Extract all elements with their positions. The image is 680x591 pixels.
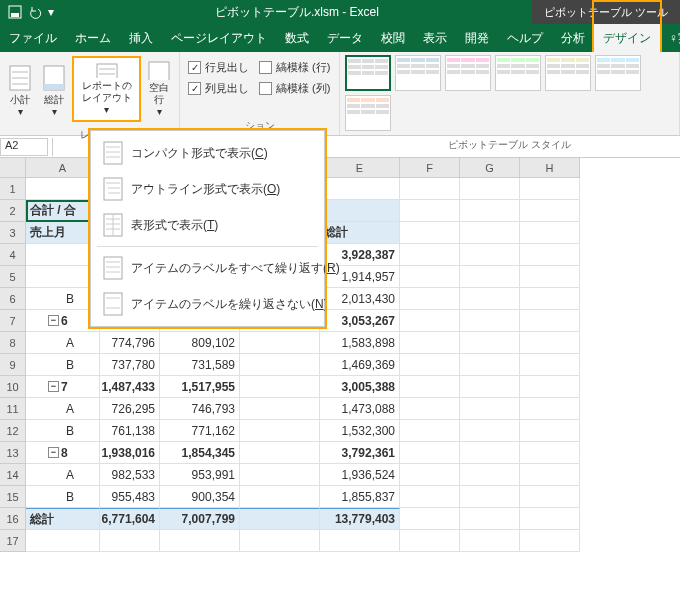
col-header-F[interactable]: F	[400, 158, 460, 178]
col-headers-checkbox[interactable]: ✓列見出し	[188, 81, 249, 96]
pivot-style-6[interactable]	[595, 55, 641, 91]
compact-icon	[103, 141, 123, 165]
svg-rect-7	[44, 84, 64, 90]
save-icon[interactable]	[8, 5, 22, 19]
grand-totals-icon	[42, 64, 66, 92]
svg-rect-13	[149, 62, 169, 80]
title-bar: ▾ ピボットテーブル.xlsm - Excel ピボットテーブル ツール	[0, 0, 680, 24]
row-header[interactable]: 4	[0, 244, 26, 266]
cell-A3[interactable]: 売上月	[26, 222, 100, 244]
tab-file[interactable]: ファイル	[0, 24, 66, 52]
collapse-icon[interactable]: −	[48, 381, 59, 392]
pivot-style-7[interactable]	[345, 95, 391, 131]
tab-developer[interactable]: 開発	[456, 24, 498, 52]
tab-review[interactable]: 校閲	[372, 24, 414, 52]
blank-rows-icon	[147, 60, 171, 80]
row-header[interactable]: 5	[0, 266, 26, 288]
row-header[interactable]: 7	[0, 310, 26, 332]
outline-form-item[interactable]: アウトライン形式で表示(O)	[91, 171, 324, 207]
row-header[interactable]: 15	[0, 486, 26, 508]
repeat-icon	[103, 256, 123, 280]
row-header[interactable]: 14	[0, 464, 26, 486]
collapse-icon[interactable]: −	[48, 447, 59, 458]
tab-insert[interactable]: 挿入	[120, 24, 162, 52]
collapse-icon[interactable]: −	[48, 315, 59, 326]
dropdown-separator	[97, 246, 318, 247]
svg-rect-1	[11, 13, 19, 17]
cell-A2[interactable]: 合計 / 合	[26, 200, 100, 222]
svg-rect-14	[104, 142, 122, 164]
report-layout-dropdown: コンパクト形式で表示(C) アウトライン形式で表示(O) 表形式で表示(T) ア…	[90, 130, 325, 327]
row-header[interactable]: 11	[0, 398, 26, 420]
ribbon: 小計▾ 総計▾ レポートのレイアウト▾ 空白行▾ レイ ✓行見出し 縞模様 (行…	[0, 52, 680, 136]
no-repeat-icon	[103, 292, 123, 316]
col-header-G[interactable]: G	[460, 158, 520, 178]
banded-rows-checkbox[interactable]: 縞模様 (行)	[259, 60, 330, 75]
row-header[interactable]: 9	[0, 354, 26, 376]
blank-rows-button[interactable]: 空白行▾	[143, 56, 175, 122]
row-header[interactable]: 10	[0, 376, 26, 398]
tab-formulas[interactable]: 数式	[276, 24, 318, 52]
row-header[interactable]: 16	[0, 508, 26, 530]
tab-home[interactable]: ホーム	[66, 24, 120, 52]
row-header[interactable]: 8	[0, 332, 26, 354]
compact-form-item[interactable]: コンパクト形式で表示(C)	[91, 135, 324, 171]
row-header[interactable]: 12	[0, 420, 26, 442]
qat-dropdown-icon[interactable]: ▾	[48, 5, 54, 19]
row-headers-checkbox[interactable]: ✓行見出し	[188, 60, 249, 75]
tab-help[interactable]: ヘルプ	[498, 24, 552, 52]
row-header[interactable]: 3	[0, 222, 26, 244]
svg-rect-8	[97, 64, 117, 78]
row-header[interactable]: 1	[0, 178, 26, 200]
repeat-labels-item[interactable]: アイテムのラベルをすべて繰り返す(R)	[91, 250, 324, 286]
outline-icon	[103, 177, 123, 201]
pivot-style-3[interactable]	[445, 55, 491, 91]
report-layout-icon	[95, 62, 119, 78]
grand-totals-button[interactable]: 総計▾	[38, 56, 70, 122]
pivot-style-5[interactable]	[545, 55, 591, 91]
svg-rect-27	[104, 257, 122, 279]
pivot-style-1[interactable]	[345, 55, 391, 91]
name-box[interactable]: A2	[0, 138, 48, 156]
subtotals-icon	[8, 64, 32, 92]
no-repeat-labels-item[interactable]: アイテムのラベルを繰り返さない(N)	[91, 286, 324, 322]
col-header-A[interactable]: A	[26, 158, 100, 178]
tab-view[interactable]: 表示	[414, 24, 456, 52]
quick-access-toolbar: ▾	[0, 5, 62, 19]
subtotals-button[interactable]: 小計▾	[4, 56, 36, 122]
window-title: ピボットテーブル.xlsm - Excel	[62, 4, 532, 21]
report-layout-button[interactable]: レポートのレイアウト▾	[72, 56, 141, 122]
pivot-style-2[interactable]	[395, 55, 441, 91]
row-header[interactable]: 6	[0, 288, 26, 310]
pivot-style-4[interactable]	[495, 55, 541, 91]
col-header-H[interactable]: H	[520, 158, 580, 178]
row-header[interactable]: 17	[0, 530, 26, 552]
tab-page-layout[interactable]: ページレイアウト	[162, 24, 276, 52]
row-header[interactable]: 13	[0, 442, 26, 464]
banded-cols-checkbox[interactable]: 縞模様 (列)	[259, 81, 330, 96]
tab-analyze[interactable]: 分析	[552, 24, 594, 52]
tab-data[interactable]: データ	[318, 24, 372, 52]
col-header-E[interactable]: E	[320, 158, 400, 178]
tab-design[interactable]: デザイン	[594, 24, 660, 52]
svg-rect-18	[104, 178, 122, 200]
tabular-icon	[103, 213, 123, 237]
tabular-form-item[interactable]: 表形式で表示(T)	[91, 207, 324, 243]
ribbon-tabs: ファイル ホーム 挿入 ページレイアウト 数式 データ 校閲 表示 開発 ヘルプ…	[0, 24, 680, 52]
contextual-tab-label: ピボットテーブル ツール	[532, 0, 680, 24]
svg-rect-31	[104, 293, 122, 315]
undo-icon[interactable]	[28, 5, 42, 19]
select-all-corner[interactable]	[0, 158, 26, 178]
row-header[interactable]: 2	[0, 200, 26, 222]
tab-run[interactable]: ♀ 実行	[660, 24, 680, 52]
